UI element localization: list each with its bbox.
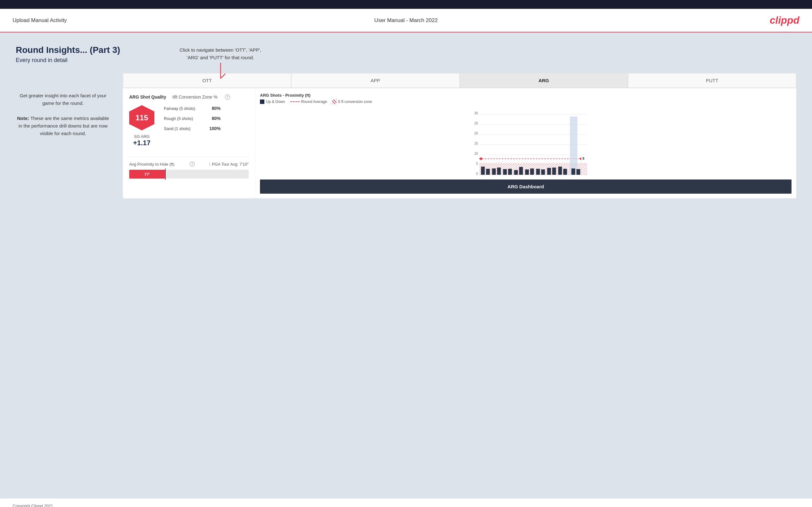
shot-rows: Fairway (5 shots) 80% Rough (5 shots) xyxy=(161,105,220,132)
svg-text:25: 25 xyxy=(474,122,478,125)
insight-text: Get greater insight into each facet of y… xyxy=(16,92,110,137)
annotation-line1: Click to navigate between 'OTT', 'APP', xyxy=(180,47,261,53)
tall-bar xyxy=(570,116,577,175)
bar-3 xyxy=(492,168,496,175)
left-panel: Get greater insight into each facet of y… xyxy=(16,73,110,199)
arrow-svg xyxy=(213,63,229,85)
page-subtitle: Every round in detail xyxy=(16,57,796,64)
upload-manual-label[interactable]: Upload Manual Activity xyxy=(13,17,67,23)
hexagon-container: 115 SG ARG +1.17 xyxy=(129,105,154,147)
bar-1 xyxy=(481,167,485,175)
bar-8 xyxy=(519,167,523,175)
bar-14 xyxy=(552,168,556,175)
bar-17 xyxy=(571,168,575,175)
navigation-annotation: Click to navigate between 'OTT', 'APP', … xyxy=(180,46,261,85)
bar-2 xyxy=(486,169,490,175)
svg-text:5: 5 xyxy=(476,162,478,165)
hexagon-score: 115 xyxy=(129,105,154,130)
shot-row-rough: Rough (5 shots) 80% xyxy=(164,115,220,122)
bar-4 xyxy=(497,168,501,175)
shot-row-fairway: Fairway (5 shots) 80% xyxy=(164,105,220,111)
header: Upload Manual Activity User Manual - Mar… xyxy=(0,9,812,33)
proximity-header: Avg Proximity to Hole (ft) ? ↑ PGA Tour … xyxy=(129,162,249,167)
bar-18 xyxy=(577,169,580,175)
main-content: Round Insights... (Part 3) Every round i… xyxy=(0,33,812,499)
insight-suffix: These are the same metrics available in … xyxy=(18,116,109,136)
legend-roundavg-label: Round Average xyxy=(301,100,327,104)
bar-7 xyxy=(514,170,518,175)
round-avg-arrow-right xyxy=(579,157,581,160)
shot-quality-label: ARG Shot Quality xyxy=(129,95,166,100)
legend-roundavg: Round Average xyxy=(290,100,327,104)
insight-main: Get greater insight into each facet of y… xyxy=(19,93,106,106)
proximity-question-icon[interactable]: ? xyxy=(190,162,195,167)
chart-legend: Up & Down Round Average 6 ft conversion … xyxy=(260,100,792,104)
insight-note: Note: xyxy=(17,116,29,121)
sg-label: SG ARG xyxy=(134,134,150,139)
legend-updown: Up & Down xyxy=(260,100,285,104)
copyright: Copyright Clippd 2021 xyxy=(13,504,53,507)
panel-body: ARG Shot Quality 6ft Conversion Zone % ?… xyxy=(123,88,796,199)
pga-avg-label: ↑ PGA Tour Avg: 7'10" xyxy=(209,162,249,167)
svg-text:0: 0 xyxy=(476,172,478,175)
legend-dashed-icon xyxy=(290,101,300,102)
top-bar xyxy=(0,0,812,9)
legend-6ft-label: 6 ft conversion zone xyxy=(338,100,372,104)
tab-arg[interactable]: ARG xyxy=(460,73,628,88)
legend-hatched-icon xyxy=(332,100,337,104)
conversion-label: 6ft Conversion Zone % xyxy=(172,95,217,100)
bar-16 xyxy=(563,169,567,175)
svg-text:30: 30 xyxy=(474,111,478,115)
bar-5 xyxy=(503,169,507,175)
bar-10 xyxy=(530,168,534,175)
page-title: Round Insights... (Part 3) xyxy=(16,45,796,55)
svg-text:15: 15 xyxy=(474,142,478,145)
bar-13 xyxy=(547,168,551,175)
proximity-cursor xyxy=(165,168,166,180)
hexagon-bars-container: 115 SG ARG +1.17 Fairway (5 shots) xyxy=(129,105,249,150)
bar-9 xyxy=(525,169,529,175)
chart-svg: 0 5 10 15 20 25 30 xyxy=(269,107,792,176)
proximity-bar: 77' xyxy=(129,170,249,178)
left-stats: ARG Shot Quality 6ft Conversion Zone % ?… xyxy=(123,88,255,199)
main-card: OTT APP ARG PUTT ARG Shot Quality 6ft Co… xyxy=(123,73,796,199)
fairway-pct: 80% xyxy=(208,106,220,111)
rough-label: Rough (5 shots) xyxy=(164,116,202,121)
proximity-section: Avg Proximity to Hole (ft) ? ↑ PGA Tour … xyxy=(129,157,249,178)
manual-title: User Manual - March 2022 xyxy=(374,17,438,23)
sand-label: Sand (1 shots) xyxy=(164,126,202,131)
shot-row-sand: Sand (1 shots) 100% xyxy=(164,125,220,132)
legend-square-icon xyxy=(260,100,264,104)
fairway-label: Fairway (5 shots) xyxy=(164,106,202,111)
svg-text:20: 20 xyxy=(474,132,478,135)
logo[interactable]: clippd xyxy=(770,14,799,26)
sand-pct: 100% xyxy=(208,126,220,131)
bar-12 xyxy=(541,169,545,175)
content-layout: Get greater insight into each facet of y… xyxy=(16,73,796,199)
svg-text:10: 10 xyxy=(474,152,478,155)
bar-6 xyxy=(508,169,512,175)
right-chart: ARG Shots - Proximity (ft) Up & Down Rou… xyxy=(255,88,796,199)
stat-header: ARG Shot Quality 6ft Conversion Zone % ? xyxy=(129,95,249,100)
sg-value: +1.17 xyxy=(133,139,151,147)
footer: Copyright Clippd 2021 xyxy=(0,499,812,507)
svg-text:8: 8 xyxy=(582,157,585,160)
tab-putt[interactable]: PUTT xyxy=(628,73,796,88)
question-icon[interactable]: ? xyxy=(225,95,230,100)
chart-title: ARG Shots - Proximity (ft) xyxy=(260,93,792,98)
arg-dashboard-button[interactable]: ARG Dashboard xyxy=(260,179,792,194)
tab-app[interactable]: APP xyxy=(291,73,459,88)
legend-6ft: 6 ft conversion zone xyxy=(332,100,372,104)
chart-area: 0 5 10 15 20 25 30 xyxy=(269,107,792,176)
legend-updown-label: Up & Down xyxy=(266,100,285,104)
rough-pct: 80% xyxy=(208,116,220,121)
proximity-bar-fill: 77' xyxy=(129,170,165,178)
proximity-label: Avg Proximity to Hole (ft) xyxy=(129,162,174,167)
svg-line-1 xyxy=(220,74,225,78)
bar-15 xyxy=(558,167,562,175)
round-avg-diamond-left xyxy=(479,157,483,160)
right-panel-wrapper: Click to navigate between 'OTT', 'APP', … xyxy=(123,73,796,199)
annotation-line2: 'ARG' and 'PUTT' for that round. xyxy=(187,55,254,60)
bar-11 xyxy=(536,169,540,175)
